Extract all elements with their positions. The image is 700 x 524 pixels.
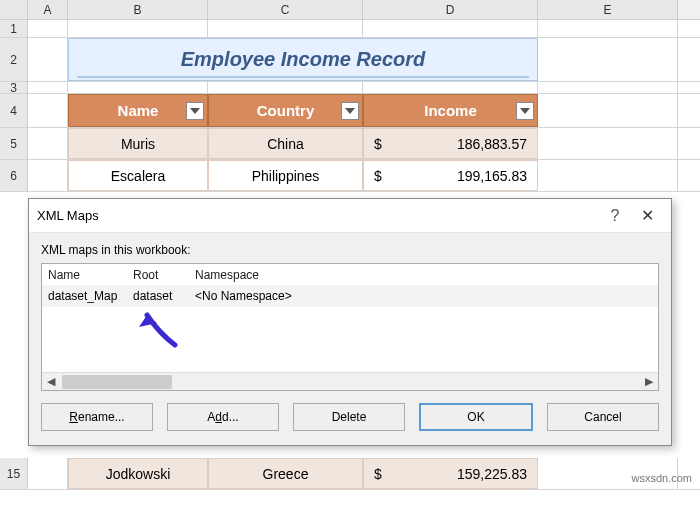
row-6: 6 Escalera Philippines $ 199,165.83 xyxy=(0,160,700,192)
row-15: 15 Jodkowski Greece $ 159,225.83 xyxy=(0,458,700,490)
cell-name-2[interactable]: Escalera xyxy=(68,160,208,191)
cell-c1[interactable] xyxy=(208,20,363,37)
watermark: wsxsdn.com xyxy=(631,472,692,484)
row-header-2[interactable]: 2 xyxy=(0,38,28,81)
title-cell[interactable]: Employee Income Record xyxy=(68,38,538,81)
row-header-15[interactable]: 15 xyxy=(0,458,28,489)
table-header-country[interactable]: Country xyxy=(208,94,363,127)
scroll-left-icon[interactable]: ◀ xyxy=(42,373,60,391)
cell-country-1[interactable]: China xyxy=(208,128,363,159)
list-item[interactable]: dataset_Map dataset <No Namespace> xyxy=(42,285,658,307)
list-header-name: Name xyxy=(48,268,133,282)
row-header-6[interactable]: 6 xyxy=(0,160,28,191)
cell-a5[interactable] xyxy=(28,128,68,159)
cell-a15[interactable] xyxy=(28,458,68,489)
filter-button-name[interactable] xyxy=(186,102,204,120)
list-item-root: dataset xyxy=(133,289,195,303)
col-header-a[interactable]: A xyxy=(28,0,68,19)
dialog-body: XML maps in this workbook: Name Root Nam… xyxy=(29,233,671,445)
income-value: 159,225.83 xyxy=(457,466,527,482)
filter-button-country[interactable] xyxy=(341,102,359,120)
col-header-e[interactable]: E xyxy=(538,0,678,19)
cell-e4[interactable] xyxy=(538,94,678,127)
cell-e6[interactable] xyxy=(538,160,678,191)
column-header-row: A B C D E xyxy=(0,0,700,20)
cell-country-3[interactable]: Greece xyxy=(208,458,363,489)
filter-button-income[interactable] xyxy=(516,102,534,120)
add-button[interactable]: Add... xyxy=(167,403,279,431)
select-all-corner[interactable] xyxy=(0,0,28,19)
annotation-arrow-icon xyxy=(133,305,181,353)
cell-d1[interactable] xyxy=(363,20,538,37)
cell-e5[interactable] xyxy=(538,128,678,159)
chevron-down-icon xyxy=(190,108,200,114)
cell-a4[interactable] xyxy=(28,94,68,127)
cell-a3[interactable] xyxy=(28,82,68,93)
cell-name-3[interactable]: Jodkowski xyxy=(68,458,208,489)
row-header-1[interactable]: 1 xyxy=(0,20,28,37)
close-button[interactable]: ✕ xyxy=(631,206,663,225)
currency-symbol: $ xyxy=(374,136,382,152)
title-text: Employee Income Record xyxy=(181,48,426,71)
list-header: Name Root Namespace xyxy=(42,264,658,285)
list-item-name: dataset_Map xyxy=(48,289,133,303)
income-value: 199,165.83 xyxy=(457,168,527,184)
cell-income-3[interactable]: $ 159,225.83 xyxy=(363,458,538,489)
list-header-namespace: Namespace xyxy=(195,268,652,282)
scroll-thumb[interactable] xyxy=(62,375,172,389)
cell-a2[interactable] xyxy=(28,38,68,81)
header-name-text: Name xyxy=(118,102,159,119)
row-1: 1 xyxy=(0,20,700,38)
col-header-d[interactable]: D xyxy=(363,0,538,19)
cell-c3[interactable] xyxy=(208,82,363,93)
col-header-b[interactable]: B xyxy=(68,0,208,19)
cell-d3[interactable] xyxy=(363,82,538,93)
currency-symbol: $ xyxy=(374,168,382,184)
scroll-right-icon[interactable]: ▶ xyxy=(640,373,658,391)
row-5: 5 Muris China $ 186,883.57 xyxy=(0,128,700,160)
row-header-3[interactable]: 3 xyxy=(0,82,28,93)
cell-country-2[interactable]: Philippines xyxy=(208,160,363,191)
spreadsheet: A B C D E 1 2 Employee Income Record 3 4 xyxy=(0,0,700,490)
header-income-text: Income xyxy=(424,102,477,119)
row-4: 4 Name Country Income xyxy=(0,94,700,128)
cell-b1[interactable] xyxy=(68,20,208,37)
chevron-down-icon xyxy=(520,108,530,114)
cell-a6[interactable] xyxy=(28,160,68,191)
chevron-down-icon xyxy=(345,108,355,114)
table-header-income[interactable]: Income xyxy=(363,94,538,127)
header-country-text: Country xyxy=(257,102,315,119)
rename-button[interactable]: Rename... xyxy=(41,403,153,431)
help-button[interactable]: ? xyxy=(599,207,631,225)
cell-e2[interactable] xyxy=(538,38,678,81)
cancel-button[interactable]: Cancel xyxy=(547,403,659,431)
dialog-button-row: Rename... Add... Delete OK Cancel xyxy=(41,403,659,431)
ok-button[interactable]: OK xyxy=(419,403,533,431)
row-2: 2 Employee Income Record xyxy=(0,38,700,82)
cell-e1[interactable] xyxy=(538,20,678,37)
xml-maps-dialog: XML Maps ? ✕ XML maps in this workbook: … xyxy=(28,198,672,446)
cell-name-1[interactable]: Muris xyxy=(68,128,208,159)
cell-b3[interactable] xyxy=(68,82,208,93)
table-header-name[interactable]: Name xyxy=(68,94,208,127)
list-header-root: Root xyxy=(133,268,195,282)
row-header-5[interactable]: 5 xyxy=(0,128,28,159)
list-item-namespace: <No Namespace> xyxy=(195,289,652,303)
dialog-titlebar[interactable]: XML Maps ? ✕ xyxy=(29,199,671,233)
dialog-label: XML maps in this workbook: xyxy=(41,243,659,257)
col-header-c[interactable]: C xyxy=(208,0,363,19)
row-3: 3 xyxy=(0,82,700,94)
cell-income-2[interactable]: $ 199,165.83 xyxy=(363,160,538,191)
income-value: 186,883.57 xyxy=(457,136,527,152)
cell-income-1[interactable]: $ 186,883.57 xyxy=(363,128,538,159)
horizontal-scrollbar[interactable]: ◀ ▶ xyxy=(42,372,658,390)
title-underline xyxy=(77,76,529,78)
cell-a1[interactable] xyxy=(28,20,68,37)
delete-button[interactable]: Delete xyxy=(293,403,405,431)
currency-symbol: $ xyxy=(374,466,382,482)
cell-e3[interactable] xyxy=(538,82,678,93)
row-header-4[interactable]: 4 xyxy=(0,94,28,127)
dialog-title-text: XML Maps xyxy=(37,208,599,223)
